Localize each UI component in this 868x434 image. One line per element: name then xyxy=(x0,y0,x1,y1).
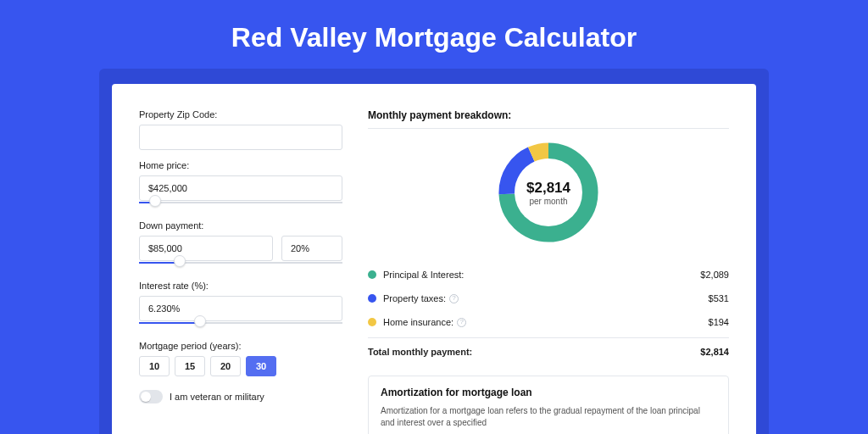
slider-thumb[interactable] xyxy=(194,315,206,327)
donut-chart: $2,814 per month xyxy=(493,137,604,248)
page-title: Red Valley Mortgage Calculator xyxy=(0,0,868,69)
legend-dot xyxy=(368,270,376,279)
toggle-knob xyxy=(141,392,151,402)
slider-thumb[interactable] xyxy=(174,255,186,267)
legend-row: Property taxes:?$531 xyxy=(368,287,729,310)
legend-label-text: Property taxes: xyxy=(383,293,446,303)
legend-value: $531 xyxy=(709,293,729,303)
total-row: Total monthly payment: $2,814 xyxy=(368,337,729,364)
home-price-slider[interactable] xyxy=(139,200,342,210)
info-icon[interactable]: ? xyxy=(449,294,459,303)
legend-value: $2,089 xyxy=(700,270,729,280)
slider-thumb[interactable] xyxy=(149,195,161,207)
zip-input[interactable] xyxy=(139,125,342,150)
total-value: $2,814 xyxy=(700,347,729,357)
interest-row: Interest rate (%): xyxy=(139,281,342,331)
period-option-20[interactable]: 20 xyxy=(210,356,241,376)
legend-value: $194 xyxy=(709,317,729,327)
amortization-card: Amortization for mortgage loan Amortizat… xyxy=(368,376,729,434)
form-panel: Property Zip Code: Home price: Down paym… xyxy=(139,109,342,434)
donut-sub: per month xyxy=(529,197,567,206)
legend-label-text: Home insurance: xyxy=(383,317,453,327)
home-price-label: Home price: xyxy=(139,160,342,170)
zip-label: Property Zip Code: xyxy=(139,109,342,120)
calculator-card: Property Zip Code: Home price: Down paym… xyxy=(112,84,756,434)
home-price-row: Home price: xyxy=(139,160,342,210)
veteran-toggle[interactable] xyxy=(139,390,163,403)
donut-center: $2,814 per month xyxy=(493,137,604,248)
period-option-15[interactable]: 15 xyxy=(175,356,205,376)
legend-dot xyxy=(368,318,376,326)
period-option-30[interactable]: 30 xyxy=(246,356,276,376)
legend-dot xyxy=(368,294,376,303)
down-payment-label: Down payment: xyxy=(139,220,342,231)
down-payment-input[interactable] xyxy=(139,236,273,261)
veteran-label: I am veteran or military xyxy=(170,392,264,402)
donut-value: $2,814 xyxy=(526,180,570,197)
period-row: Mortgage period (years): 10152030 xyxy=(139,341,342,376)
breakdown-panel: Monthly payment breakdown: $2,814 per mo… xyxy=(368,109,729,434)
donut-wrap: $2,814 per month xyxy=(368,137,729,248)
down-payment-pct-input[interactable] xyxy=(281,236,342,261)
breakdown-heading: Monthly payment breakdown: xyxy=(368,109,729,129)
amortization-text: Amortization for a mortgage loan refers … xyxy=(381,405,716,429)
interest-slider[interactable] xyxy=(139,320,342,331)
down-payment-row: Down payment: xyxy=(139,220,342,270)
period-option-10[interactable]: 10 xyxy=(139,356,170,376)
legend-label: Property taxes:? xyxy=(383,293,709,303)
zip-row: Property Zip Code: xyxy=(139,109,342,150)
total-label: Total monthly payment: xyxy=(368,347,700,357)
legend: Principal & Interest:$2,089Property taxe… xyxy=(368,263,729,334)
legend-label: Principal & Interest: xyxy=(383,270,700,280)
content-band: Property Zip Code: Home price: Down paym… xyxy=(99,69,769,434)
period-label: Mortgage period (years): xyxy=(139,341,342,351)
interest-input[interactable] xyxy=(139,296,342,321)
legend-label-text: Principal & Interest: xyxy=(383,270,464,280)
veteran-row: I am veteran or military xyxy=(139,390,342,403)
interest-label: Interest rate (%): xyxy=(139,281,342,291)
info-icon[interactable]: ? xyxy=(457,318,466,327)
page-root: Red Valley Mortgage Calculator Property … xyxy=(0,0,868,434)
amortization-heading: Amortization for mortgage loan xyxy=(381,387,716,398)
home-price-input[interactable] xyxy=(139,175,342,201)
legend-row: Principal & Interest:$2,089 xyxy=(368,263,729,287)
legend-row: Home insurance:?$194 xyxy=(368,310,729,334)
down-payment-slider[interactable] xyxy=(139,260,342,270)
legend-label: Home insurance:? xyxy=(383,317,709,327)
